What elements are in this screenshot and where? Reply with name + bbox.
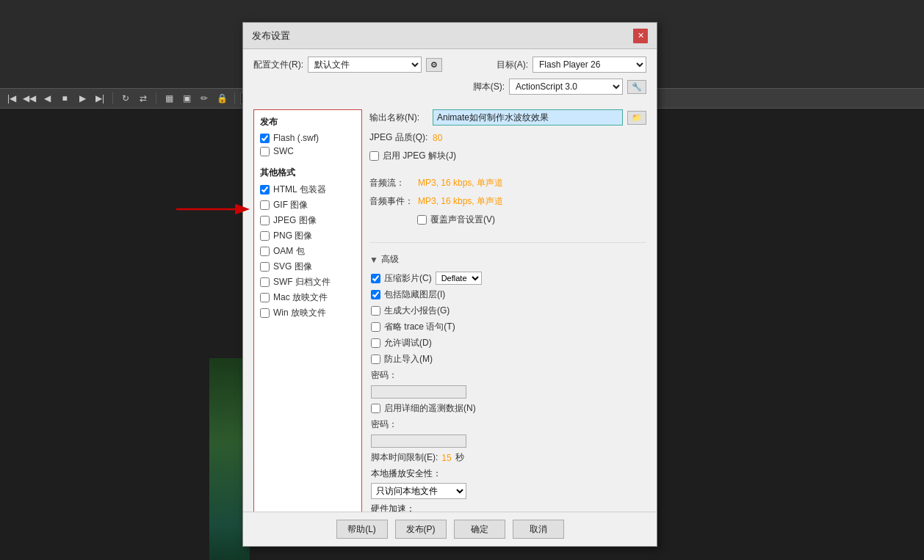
enable-jpeg-row: 启用 JPEG 解块(J): [369, 150, 646, 162]
swf-archive-checkbox[interactable]: [260, 277, 270, 287]
include-hidden-label: 包括隐藏图层(I): [384, 288, 445, 301]
html-wrapper-checkbox[interactable]: [260, 185, 270, 194]
include-hidden-row: 包括隐藏图层(I): [371, 288, 646, 301]
audio-stream-value[interactable]: MP3, 16 kbps, 单声道: [418, 177, 503, 189]
advanced-arrow-icon: ▼: [369, 255, 378, 265]
toolbar-btn-onion2[interactable]: ▣: [179, 91, 194, 106]
png-checkbox[interactable]: [260, 231, 270, 241]
script-wrench-button[interactable]: 🔧: [627, 80, 646, 94]
telemetry-label: 启用详细的遥测数据(N): [384, 402, 476, 415]
dialog-footer: 帮助(L) 发布(P) 确定 取消: [243, 512, 657, 546]
flash-swf-checkbox[interactable]: [260, 134, 270, 143]
toolbar-btn-3[interactable]: ◀: [40, 91, 54, 106]
target-select[interactable]: Flash Player 26: [533, 57, 646, 73]
main-content: 发布 Flash (.swf) SWC 其他格式 HTML 包装器: [253, 109, 646, 512]
mac-row: Mac 放映文件: [260, 291, 355, 304]
config-gear-button[interactable]: ⚙: [426, 58, 442, 72]
swf-archive-label: SWF 归档文件: [273, 276, 331, 288]
password-label: 密码：: [371, 369, 397, 382]
advanced-label: 高级: [381, 253, 399, 266]
audio-stream-label: 音频流：: [369, 177, 414, 189]
local-playback-label: 本地播放安全性：: [371, 468, 646, 480]
script-select[interactable]: ActionScript 3.0: [509, 79, 623, 95]
toolbar-btn-loop[interactable]: ↻: [118, 91, 133, 106]
win-checkbox[interactable]: [260, 308, 270, 318]
script-limit-unit: 秒: [455, 451, 464, 464]
mac-label: Mac 放映文件: [273, 291, 328, 304]
html-wrapper-row: HTML 包装器: [260, 183, 355, 196]
publish-button[interactable]: 发布(P): [395, 520, 447, 539]
enable-jpeg-checkbox[interactable]: [369, 151, 379, 161]
toolbar-btn-onion[interactable]: ▦: [162, 91, 176, 106]
jpeg-quality-value[interactable]: 80: [433, 133, 442, 143]
compress-label: 压缩影片(C): [384, 272, 432, 285]
allow-debug-row: 允许调试(D): [371, 337, 646, 349]
svg-label: SVG 图像: [273, 261, 312, 273]
swc-checkbox[interactable]: [260, 147, 270, 156]
help-button[interactable]: 帮助(L): [336, 520, 388, 539]
script-limit-row: 脚本时间限制(E): 15 秒: [371, 451, 646, 464]
password2-label-row: 密码：: [371, 418, 646, 431]
toolbar-btn-end[interactable]: ▶|: [93, 91, 107, 106]
toolbar-btn-2[interactable]: ◀◀: [22, 91, 37, 106]
override-audio-row: 覆盖声音设置(V): [369, 214, 646, 226]
flash-swf-label: Flash (.swf): [273, 133, 319, 143]
oam-checkbox[interactable]: [260, 247, 270, 256]
toolbar-btn-1[interactable]: |◀: [4, 91, 19, 106]
toolbar-sep-3: [234, 92, 235, 104]
toolbar-btn-play[interactable]: ▶: [75, 91, 90, 106]
config-select[interactable]: 默认文件: [308, 57, 422, 73]
prevent-import-checkbox[interactable]: [371, 354, 380, 364]
gif-label: GIF 图像: [273, 199, 308, 211]
password2-input[interactable]: [371, 434, 466, 448]
toolbar-btn-edit[interactable]: ✏: [197, 91, 212, 106]
audio-event-value[interactable]: MP3, 16 kbps, 单声道: [418, 195, 503, 208]
output-input[interactable]: [433, 109, 623, 126]
gif-checkbox[interactable]: [260, 200, 270, 210]
config-row: 配置文件(R): 默认文件 ⚙ 目标(A): Flash Player 26: [253, 57, 646, 73]
allow-debug-checkbox[interactable]: [371, 338, 380, 348]
flash-swf-row: Flash (.swf): [260, 133, 355, 143]
dialog-close-button[interactable]: ✕: [633, 29, 648, 43]
dialog-body: 配置文件(R): 默认文件 ⚙ 目标(A): Flash Player 26 脚…: [243, 49, 657, 512]
red-arrow: [173, 198, 257, 220]
local-playback-select[interactable]: 只访问本地文件: [371, 483, 466, 499]
script-limit-value[interactable]: 15: [441, 453, 451, 463]
toolbar-btn-stop[interactable]: ■: [57, 91, 72, 106]
dialog: 发布设置 ✕ 配置文件(R): 默认文件 ⚙ 目标(A): Flash Play…: [242, 22, 657, 547]
override-audio-checkbox[interactable]: [417, 215, 427, 225]
other-formats-header: 其他格式: [260, 167, 355, 179]
jpeg-quality-label: JPEG 品质(Q):: [369, 131, 428, 144]
folder-button[interactable]: 📁: [627, 111, 646, 125]
include-hidden-checkbox[interactable]: [371, 290, 380, 299]
cancel-button[interactable]: 取消: [513, 520, 564, 539]
oam-label: OAM 包: [273, 245, 305, 258]
html-wrapper-label: HTML 包装器: [273, 183, 326, 196]
svg-checkbox[interactable]: [260, 262, 270, 272]
jpeg-row: JPEG 图像: [260, 214, 355, 227]
advanced-content: 压缩影片(C) Deflate 包括隐藏图层(I) 生成大小报告(G): [369, 272, 646, 512]
deflate-select[interactable]: Deflate: [436, 272, 482, 285]
png-label: PNG 图像: [273, 230, 312, 242]
toolbar-sep-2: [156, 92, 156, 104]
toolbar-btn-lock[interactable]: 🔒: [214, 91, 229, 106]
telemetry-row: 启用详细的遥测数据(N): [371, 402, 646, 415]
allow-debug-label: 允许调试(D): [384, 337, 432, 349]
compress-row: 压缩影片(C) Deflate: [371, 272, 646, 285]
ok-button[interactable]: 确定: [454, 520, 505, 539]
jpeg-checkbox[interactable]: [260, 216, 270, 225]
generate-report-checkbox[interactable]: [371, 306, 380, 316]
mac-checkbox[interactable]: [260, 293, 270, 302]
output-row: 输出名称(N): 📁: [369, 109, 646, 126]
telemetry-checkbox[interactable]: [371, 404, 380, 413]
hw-accel-label: 硬件加速：: [371, 503, 646, 512]
left-panel: 发布 Flash (.swf) SWC 其他格式 HTML 包装器: [253, 109, 362, 512]
toolbar-btn-sync[interactable]: ⇄: [136, 91, 151, 106]
password-input[interactable]: [371, 385, 466, 399]
gif-row: GIF 图像: [260, 199, 355, 211]
audio-event-label: 音频事件：: [369, 195, 414, 208]
compress-checkbox[interactable]: [371, 274, 380, 283]
advanced-toggle[interactable]: ▼ 高级: [369, 253, 646, 266]
omit-trace-checkbox[interactable]: [371, 322, 380, 332]
prevent-import-row: 防止导入(M): [371, 353, 646, 366]
